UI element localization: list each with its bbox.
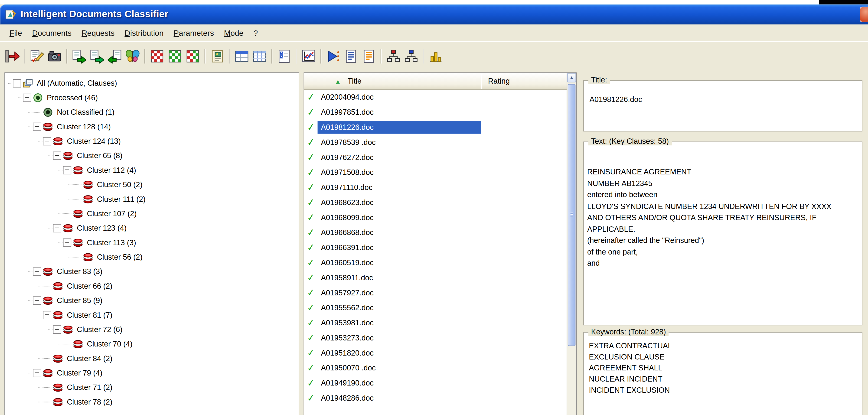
- distribution-nodes-alt-icon[interactable]: [403, 48, 420, 64]
- tree-item[interactable]: −Cluster 83 (3): [5, 264, 299, 278]
- tree-expand-toggle[interactable]: −: [33, 122, 41, 131]
- document-row[interactable]: ✓A01950070 .doc: [304, 360, 566, 376]
- window-title: Intelligent Documents Classifier: [21, 9, 168, 20]
- tree-connector: [28, 126, 32, 126]
- document-row[interactable]: ✓A01953981.doc: [304, 315, 566, 330]
- import-documents-icon[interactable]: [71, 48, 88, 64]
- menu-item-requests[interactable]: Requests: [76, 26, 120, 40]
- document-row[interactable]: ✓A01955562.doc: [304, 300, 566, 315]
- tree-expand-toggle[interactable]: −: [33, 296, 41, 304]
- tree-item[interactable]: −Cluster 79 (4): [5, 365, 299, 380]
- document-row[interactable]: ✓A01966391.doc: [304, 240, 566, 255]
- export-documents-icon[interactable]: [106, 48, 123, 64]
- document-row[interactable]: ✓A01968623.doc: [304, 195, 566, 210]
- document-list-icon[interactable]: [343, 48, 360, 64]
- tree-item[interactable]: −All (Automatic, Clauses): [5, 76, 299, 90]
- document-row[interactable]: ✓A01960519.doc: [304, 255, 566, 270]
- document-title: A01949190.doc: [318, 377, 482, 389]
- document-row[interactable]: ✓A01957927.doc: [304, 285, 566, 300]
- matrix-red-icon[interactable]: [149, 48, 165, 64]
- menu-item-mode[interactable]: Mode: [219, 26, 248, 40]
- process-documents-icon[interactable]: [89, 48, 105, 64]
- window-view-icon[interactable]: [234, 48, 250, 64]
- menu-item-help[interactable]: ?: [248, 26, 263, 40]
- chart-icon[interactable]: [300, 48, 317, 64]
- tree-expand-toggle[interactable]: −: [33, 368, 41, 377]
- document-row[interactable]: ✓A01953273.doc: [304, 330, 566, 346]
- checklist-icon[interactable]: [276, 48, 292, 64]
- butterfly-classifier-icon[interactable]: [124, 48, 141, 64]
- tree-item[interactable]: Cluster 50 (2): [5, 177, 299, 191]
- matrix-mixed-icon[interactable]: [184, 48, 201, 64]
- tree-expand-toggle[interactable]: −: [23, 93, 31, 102]
- tree-item[interactable]: −Cluster 113 (3): [5, 235, 299, 249]
- report-icon[interactable]: [209, 48, 226, 64]
- document-row[interactable]: ✓A01971508.doc: [304, 165, 566, 180]
- tree-expand-toggle[interactable]: −: [33, 267, 41, 275]
- document-row[interactable]: ✓A01951820.doc: [304, 346, 566, 361]
- document-highlight-icon[interactable]: [361, 48, 377, 64]
- distribution-nodes-icon[interactable]: [385, 48, 402, 64]
- document-row[interactable]: ✓A01978539 .doc: [304, 135, 566, 150]
- tree-expand-toggle[interactable]: −: [53, 224, 61, 232]
- tree-expand-toggle[interactable]: −: [43, 311, 51, 319]
- menu-item-distribution[interactable]: Distribution: [120, 26, 168, 40]
- run-icon[interactable]: [325, 48, 342, 64]
- tree-item[interactable]: Not Classified (1): [5, 105, 299, 119]
- document-row[interactable]: ✓A02004094.doc: [304, 90, 566, 105]
- scrollbar-thumb[interactable]: [568, 84, 576, 346]
- tree-expand-toggle[interactable]: −: [43, 137, 51, 145]
- tree-item[interactable]: −Cluster 72 (6): [5, 322, 299, 336]
- keyword-item[interactable]: EXCLUSION CLAUSE: [589, 352, 860, 363]
- tree-item[interactable]: −Cluster 128 (14): [5, 119, 299, 134]
- scroll-up-button[interactable]: ▲: [567, 73, 576, 83]
- document-row[interactable]: ✓A01948286.doc: [304, 391, 566, 406]
- tree-expand-toggle[interactable]: −: [53, 325, 61, 333]
- menu-item-documents[interactable]: Documents: [27, 26, 76, 40]
- tree-item[interactable]: −Cluster 124 (13): [5, 134, 299, 148]
- matrix-green-icon[interactable]: [166, 48, 183, 64]
- column-header-title[interactable]: ▲ Title: [304, 73, 482, 89]
- tree-item[interactable]: −Cluster 65 (8): [5, 148, 299, 162]
- document-row[interactable]: ✓A01981226.doc: [304, 120, 566, 135]
- tree-item[interactable]: Cluster 66 (2): [5, 279, 299, 293]
- keyword-item[interactable]: INCIDENT EXCLUSION: [589, 385, 860, 396]
- keyword-item[interactable]: EXTRA CONTRACTUAL: [589, 340, 860, 352]
- document-row[interactable]: ✓A01971110.doc: [304, 180, 566, 195]
- document-row[interactable]: ✓A01968099.doc: [304, 210, 566, 225]
- document-row[interactable]: ✓A01958911.doc: [304, 270, 566, 286]
- tree-item[interactable]: Cluster 70 (4): [5, 336, 299, 351]
- tree-item[interactable]: Cluster 78 (2): [5, 394, 299, 409]
- tree-item[interactable]: Cluster 107 (2): [5, 206, 299, 220]
- edit-document-icon[interactable]: [28, 48, 45, 64]
- tree-expand-toggle[interactable]: −: [53, 151, 61, 159]
- exit-icon[interactable]: [4, 48, 21, 64]
- tree-item[interactable]: Cluster 56 (2): [5, 250, 299, 264]
- tree-item[interactable]: −Processed (46): [5, 90, 299, 105]
- title-bar[interactable]: Intelligent Documents Classifier: [0, 4, 868, 24]
- menu-item-file[interactable]: File: [4, 26, 27, 40]
- keyword-item[interactable]: NUCLEAR INCIDENT: [589, 374, 860, 385]
- document-row[interactable]: ✓A01966868.doc: [304, 225, 566, 240]
- tree-item[interactable]: −Cluster 85 (9): [5, 293, 299, 307]
- table-view-icon[interactable]: [251, 48, 268, 64]
- tree-item[interactable]: −Cluster 112 (4): [5, 163, 299, 177]
- list-scrollbar[interactable]: ▲: [566, 73, 576, 415]
- tree-expand-toggle[interactable]: −: [63, 166, 71, 174]
- camera-icon[interactable]: [46, 48, 63, 64]
- tree-expand-toggle[interactable]: −: [13, 79, 21, 87]
- tree-item[interactable]: −Cluster 123 (4): [5, 220, 299, 235]
- close-button[interactable]: [860, 7, 868, 22]
- tree-item[interactable]: Cluster 71 (2): [5, 380, 299, 394]
- column-header-rating[interactable]: Rating: [482, 73, 576, 89]
- menu-item-parameters[interactable]: Parameters: [168, 26, 219, 40]
- document-row[interactable]: ✓A01997851.doc: [304, 105, 566, 120]
- histogram-icon[interactable]: [427, 48, 444, 64]
- tree-item[interactable]: Cluster 111 (2): [5, 191, 299, 206]
- tree-item[interactable]: −Cluster 81 (7): [5, 307, 299, 322]
- keyword-item[interactable]: AGREEMENT SHALL: [589, 363, 860, 374]
- tree-item[interactable]: Cluster 84 (2): [5, 351, 299, 365]
- document-row[interactable]: ✓A01976272.doc: [304, 150, 566, 165]
- tree-expand-toggle[interactable]: −: [63, 238, 71, 247]
- document-row[interactable]: ✓A01949190.doc: [304, 376, 566, 391]
